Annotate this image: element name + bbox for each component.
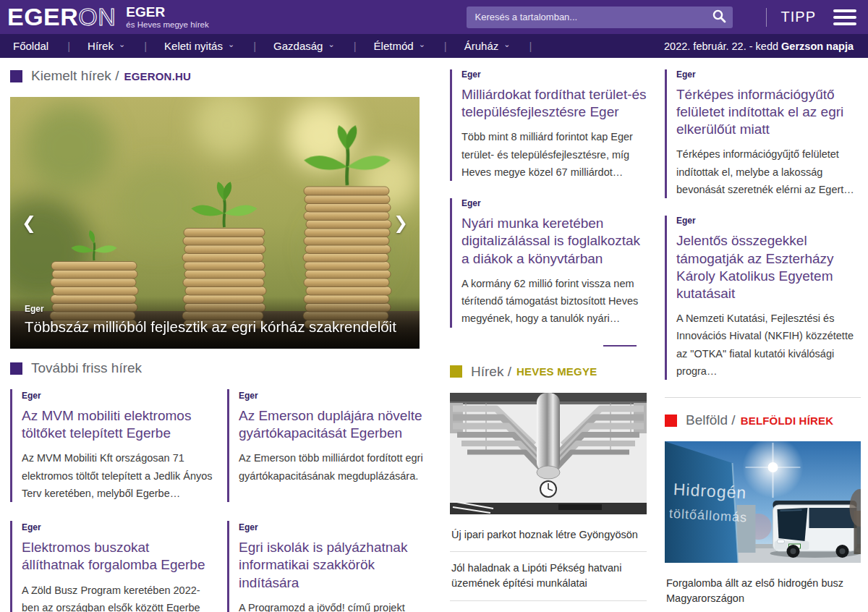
article-card[interactable]: Eger Az MVM mobiliti elektromos töltőket… bbox=[10, 389, 213, 502]
article-excerpt: Több mint 8 milliárd forintot kap Eger t… bbox=[461, 128, 647, 181]
header-divider bbox=[766, 8, 767, 27]
article-excerpt: Az Emerson több milliárdot fordított egr… bbox=[239, 449, 430, 485]
article-excerpt: Az MVM Mobiliti Kft országosan 71 elektr… bbox=[22, 449, 213, 502]
carousel-next-button[interactable]: ❯ bbox=[388, 207, 414, 239]
article-category: Eger bbox=[239, 391, 430, 401]
section-label: Belföld / bbox=[686, 412, 736, 428]
search-button[interactable] bbox=[708, 8, 730, 27]
section-header-heves: Hírek / HEVES MEGYE bbox=[450, 364, 647, 380]
section-label: Kiemelt hírek / bbox=[31, 68, 119, 84]
article-card[interactable]: Eger Egri iskolák is pályázhatnak inform… bbox=[227, 521, 430, 612]
fresh-news-grid: Eger Az MVM mobiliti elektromos töltőket… bbox=[10, 389, 430, 612]
section-header-belfold: Belföld / BELFÖLDI HÍREK bbox=[665, 412, 861, 428]
main-content: Kiemelt hírek / EGERON.HU bbox=[0, 58, 868, 612]
article-title[interactable]: Az Emerson duplájára növelte gyártókapac… bbox=[239, 407, 430, 442]
logo-text-accent: ON bbox=[78, 3, 116, 31]
article-excerpt: A Nemzeti Kutatási, Fejlesztési és Innov… bbox=[676, 310, 861, 380]
nav-item-fooldal[interactable]: Főoldal bbox=[9, 40, 70, 52]
section-link-egeronhu[interactable]: EGERON.HU bbox=[124, 70, 191, 82]
article-card[interactable]: Eger Milliárdokat fordíthat terület-és t… bbox=[450, 69, 647, 181]
main-nav: Főoldal Hírek⌄ Keleti nyitás⌄ Gazdaság⌄ … bbox=[0, 34, 868, 58]
article-excerpt: A Programozd a jövőd! című projekt keret… bbox=[239, 599, 430, 612]
article-category: Eger bbox=[461, 198, 647, 208]
article-category: Eger bbox=[676, 69, 861, 80]
article-title[interactable]: Nyári munka keretében digitalizálással i… bbox=[461, 215, 647, 267]
article-card[interactable]: Eger Az Emerson duplájára növelte gyártó… bbox=[227, 389, 430, 502]
list-item[interactable]: Új ipari parkot hoznak létre Gyöngyösön bbox=[450, 519, 647, 553]
photo-industrial-ducts bbox=[450, 393, 647, 514]
heves-news-list: Új ipari parkot hoznak létre Gyöngyösön … bbox=[450, 519, 647, 612]
featured-carousel: ❮ ❯ Eger Többszáz millióból fejlesztik a… bbox=[10, 97, 420, 349]
article-title[interactable]: Egri iskolák is pályázhatnak informatika… bbox=[239, 539, 430, 591]
section-square-olive bbox=[450, 365, 462, 378]
section-square-red bbox=[665, 415, 677, 427]
list-item[interactable]: Forgalomba állt az első hidrogén busz Ma… bbox=[665, 567, 861, 612]
heves-photo[interactable] bbox=[450, 393, 647, 514]
belfold-photo[interactable]: Hidrogén töltőállomás bbox=[665, 441, 861, 563]
chevron-down-icon: ⌄ bbox=[503, 40, 510, 49]
nav-item-gazdasag[interactable]: Gazdaság⌄ bbox=[256, 40, 357, 52]
section-header-fresh: További friss hírek bbox=[10, 360, 430, 376]
section-link-heves-megye[interactable]: HEVES MEGYE bbox=[516, 365, 597, 378]
chevron-down-icon: ⌄ bbox=[328, 40, 334, 49]
top-header: EGERON EGER és Heves megye hírek TIPP bbox=[0, 0, 868, 34]
nav-item-hirek[interactable]: Hírek⌄ bbox=[70, 40, 147, 52]
article-category: Eger bbox=[22, 522, 213, 532]
column-divider bbox=[665, 397, 861, 398]
photo-wall-text-line1: Hidrogén bbox=[673, 480, 747, 502]
page: EGERON EGER és Heves megye hírek TIPP Fő… bbox=[0, 0, 868, 612]
nav-item-keleti-nyitas[interactable]: Keleti nyitás⌄ bbox=[147, 40, 256, 52]
date-display: 2022. február. 22. - kedd Gerzson napja bbox=[664, 41, 859, 52]
list-item[interactable]: Hatvanba új autóbuszok érkeztek bbox=[450, 601, 647, 612]
list-item[interactable]: Jól haladnak a Lipóti Pékség hatvani üze… bbox=[450, 552, 647, 600]
site-logo[interactable]: EGERON bbox=[7, 3, 116, 31]
menu-button[interactable] bbox=[829, 7, 861, 28]
article-excerpt: A kormány 62 millió forint vissza nem té… bbox=[461, 275, 647, 328]
article-card[interactable]: Eger Nyári munka keretében digitalizálás… bbox=[450, 198, 647, 327]
article-title[interactable]: Az MVM mobiliti elektromos töltőket tele… bbox=[22, 407, 213, 442]
article-card[interactable]: Eger Jelentős összegekkel támogatják az … bbox=[665, 216, 861, 380]
belfold-news-list: Forgalomba állt az első hidrogén busz Ma… bbox=[665, 567, 861, 612]
slide-title-link[interactable]: Többszáz millióból fejlesztik az egri kó… bbox=[25, 318, 396, 335]
slide-category-tag: Eger bbox=[25, 304, 405, 314]
date-text: 2022. február. 22. - kedd bbox=[664, 41, 778, 52]
article-title[interactable]: Jelentős összegekkel támogatják az Eszte… bbox=[676, 232, 861, 302]
search-icon bbox=[712, 14, 726, 25]
site-brand: EGER és Heves megye hírek bbox=[126, 5, 208, 29]
nav-item-eletmod[interactable]: Életmód⌄ bbox=[357, 40, 447, 52]
section-square-purple bbox=[10, 362, 22, 375]
nav-list: Főoldal Hírek⌄ Keleti nyitás⌄ Gazdaság⌄ … bbox=[9, 40, 532, 52]
article-excerpt: A Zöld Busz Program keretében 2022-ben a… bbox=[22, 582, 213, 612]
article-category: Eger bbox=[461, 69, 647, 80]
section-label: További friss hírek bbox=[31, 360, 142, 376]
search-input[interactable] bbox=[467, 7, 733, 28]
name-day: Gerzson napja bbox=[781, 41, 854, 52]
article-title[interactable]: Milliárdokat fordíthat terület-és telepü… bbox=[461, 86, 647, 121]
section-header-featured: Kiemelt hírek / EGERON.HU bbox=[10, 68, 430, 84]
chevron-down-icon: ⌄ bbox=[228, 40, 234, 49]
article-card[interactable]: Eger Elektromos buszokat állíthatnak for… bbox=[10, 521, 213, 612]
article-category: Eger bbox=[676, 216, 861, 226]
article-card[interactable]: Eger Térképes információgyűtő felületet … bbox=[665, 69, 861, 198]
section-label: Hírek / bbox=[471, 364, 511, 380]
article-category: Eger bbox=[22, 391, 213, 401]
logo-text-main: EGER bbox=[7, 3, 78, 31]
article-category: Eger bbox=[239, 522, 430, 532]
chevron-down-icon: ⌄ bbox=[119, 40, 125, 49]
article-title[interactable]: Elektromos buszokat állíthatnak forgalom… bbox=[22, 539, 213, 574]
nav-item-aruhaz[interactable]: Áruház⌄ bbox=[447, 40, 532, 52]
eger-news-column: Eger Milliárdokat fordíthat terület-és t… bbox=[450, 68, 647, 612]
article-excerpt: Térképes információgyűjtő felületet indí… bbox=[676, 145, 861, 198]
more-divider bbox=[603, 345, 637, 347]
chevron-down-icon: ⌄ bbox=[419, 40, 425, 49]
site-tagline: és Heves megye hírek bbox=[126, 20, 208, 29]
section-link-belfoldi-hirek[interactable]: BELFÖLDI HÍREK bbox=[741, 415, 834, 427]
search-box bbox=[467, 7, 733, 28]
featured-column: Kiemelt hírek / EGERON.HU bbox=[10, 68, 430, 612]
site-name: EGER bbox=[126, 5, 208, 20]
section-square-purple bbox=[10, 70, 22, 82]
tip-button[interactable]: TIPP bbox=[781, 9, 816, 25]
carousel-prev-button[interactable]: ❮ bbox=[16, 207, 42, 239]
article-title[interactable]: Térképes információgyűtő felületet indít… bbox=[676, 86, 861, 138]
photo-hydrogen-bus: Hidrogén töltőállomás bbox=[665, 441, 861, 563]
